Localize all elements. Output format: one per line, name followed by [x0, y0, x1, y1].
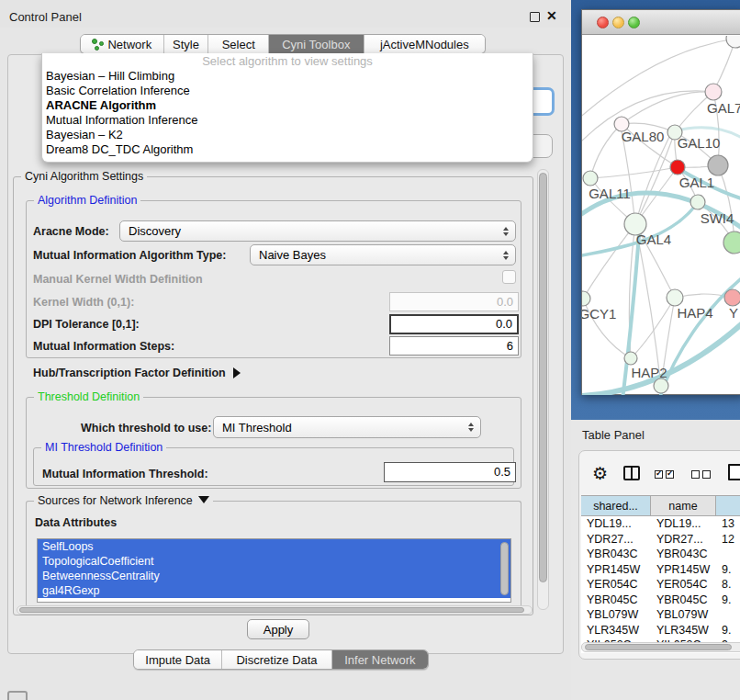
minimized-panel-icon[interactable]	[7, 691, 28, 700]
data-attributes-list[interactable]: SelfLoopsTopologicalCoefficientBetweenne…	[37, 538, 511, 603]
tab-label: Impute Data	[145, 653, 210, 667]
table-cell: YPR145W	[581, 562, 651, 578]
close-window-icon[interactable]	[597, 17, 609, 28]
control-panel-titlebar	[0, 0, 571, 28]
settings-horizontal-scrollbar[interactable]	[17, 605, 533, 615]
table-column-header[interactable]: shared...	[581, 495, 651, 516]
network-node-swi4[interactable]	[690, 195, 705, 209]
attribute-list-item[interactable]: TopologicalCoefficient	[38, 554, 510, 569]
tab-network[interactable]: Network	[81, 35, 164, 53]
network-canvas[interactable]: GAL7GAL80GAL10GAL1GAL11SWI4GAL4GCY1HAP4Y…	[582, 36, 740, 395]
network-node-gcy1[interactable]	[582, 291, 590, 306]
table-column-header[interactable]	[716, 495, 740, 516]
table-hscroll-thumb[interactable]	[585, 644, 732, 650]
mi-threshold-definition-title: MI Threshold Definition	[41, 441, 166, 454]
tab-label: Discretize Data	[236, 653, 317, 667]
algorithm-option[interactable]: Dream8 DC_TDC Algorithm	[42, 142, 533, 157]
list-scrollbar-thumb[interactable]	[500, 542, 509, 595]
kernel-width-field[interactable]: 0.0	[389, 292, 519, 311]
tab-label: Cyni Toolbox	[282, 38, 350, 51]
network-node-hap2[interactable]	[624, 352, 637, 365]
attribute-list-item[interactable]: BetweennessCentrality	[38, 569, 510, 583]
tab-jactivemnodules[interactable]: jActiveMNodules	[364, 35, 485, 53]
table-row[interactable]: YPR145WYPR145W9.	[581, 562, 740, 578]
network-node-label: GAL10	[678, 135, 721, 151]
data-attributes-label: Data Attributes	[35, 516, 117, 529]
minimize-window-icon[interactable]	[612, 17, 624, 28]
apply-button[interactable]: Apply	[247, 619, 309, 639]
network-node[interactable]	[723, 231, 740, 254]
which-threshold-combo[interactable]: MI Threshold	[213, 416, 481, 438]
algorithm-option[interactable]: ARACNE Algorithm	[42, 98, 533, 113]
tab-select[interactable]: Select	[208, 35, 269, 53]
float-window-icon[interactable]	[530, 12, 540, 22]
network-node-gal1[interactable]	[670, 160, 685, 175]
algorithm-option[interactable]: Mutual Information Inference	[42, 113, 533, 128]
table-row[interactable]: YDR27...YDR27...12	[581, 532, 740, 548]
mi-type-label: Mutual Information Algorithm Type:	[33, 249, 226, 262]
network-node-gal11[interactable]	[583, 171, 598, 186]
table-cell: 8.	[716, 577, 740, 593]
network-window-titlebar[interactable]	[582, 10, 740, 35]
which-threshold-label: Which threshold to use:	[81, 422, 211, 435]
network-node-label: GAL1	[679, 175, 714, 190]
network-node-y[interactable]	[724, 289, 740, 306]
table-column-header[interactable]: name	[651, 495, 716, 516]
network-node-hap4[interactable]	[667, 289, 683, 306]
tab-discretize-data[interactable]: Discretize Data	[222, 650, 331, 669]
tab-style[interactable]: Style	[164, 35, 209, 53]
tab-infer-network[interactable]: Infer Network	[332, 650, 428, 669]
attribute-list-item[interactable]: gal4RGexp	[38, 583, 510, 598]
algorithm-list: Bayesian – Hill ClimbingBasic Correlatio…	[42, 69, 533, 157]
table-cell	[716, 607, 740, 623]
table-cell: YPR145W	[651, 562, 716, 578]
hub-definition-toggle[interactable]: Hub/Transcription Factor Definition	[33, 367, 241, 379]
tab-label: Select	[222, 38, 255, 51]
gear-icon[interactable]: ⚙	[592, 465, 608, 482]
table-row[interactable]: YBR043CYBR043C	[581, 547, 740, 562]
deselect-all-columns-icon[interactable]	[691, 470, 711, 479]
network-node-gal7[interactable]	[705, 84, 722, 100]
tab-cyni-toolbox[interactable]: Cyni Toolbox	[269, 35, 364, 53]
network-node-label: GAL11	[589, 186, 631, 201]
algorithm-option[interactable]: Bayesian – K2	[42, 128, 533, 142]
table-row[interactable]: YLR345WYLR345W9.	[581, 623, 740, 638]
settings-vertical-scrollbar[interactable]	[537, 169, 549, 610]
network-node[interactable]	[708, 155, 728, 175]
table-horizontal-scrollbar[interactable]	[581, 642, 740, 652]
settings-hscroll-thumb[interactable]	[19, 607, 524, 613]
mi-steps-field[interactable]: 6	[389, 336, 519, 356]
close-panel-icon[interactable]: ✕	[546, 8, 557, 23]
mi-type-combo[interactable]: Naive Bayes	[250, 244, 516, 265]
settings-vscroll-thumb[interactable]	[539, 173, 547, 582]
sources-group-title[interactable]: Sources for Network Inference	[34, 494, 213, 507]
select-all-columns-icon[interactable]	[655, 470, 674, 479]
table-row[interactable]: YBL079WYBL079W	[581, 607, 740, 623]
zoom-window-icon[interactable]	[628, 17, 640, 28]
network-node[interactable]	[726, 36, 740, 48]
table-row[interactable]: YDL19...YDL19...13	[581, 516, 740, 532]
table-row[interactable]: YER054CYER054C8.	[581, 577, 740, 593]
manual-kernel-checkbox[interactable]	[502, 270, 516, 284]
sources-title-label: Sources for Network Inference	[38, 494, 193, 507]
table-row[interactable]: YBR045CYBR045C9.	[581, 593, 740, 608]
aracne-mode-combo[interactable]: Discovery	[119, 220, 516, 242]
node-table[interactable]: shared...name YDL19...YDL19...13YDR27...…	[581, 495, 740, 653]
table-cell: YDL19...	[581, 516, 651, 532]
export-table-icon[interactable]	[728, 464, 740, 480]
settings-group-title: Cyni Algorithm Settings	[21, 170, 147, 183]
network-view-window[interactable]: GAL7GAL80GAL10GAL1GAL11SWI4GAL4GCY1HAP4Y…	[581, 9, 740, 395]
tab-impute-data[interactable]: Impute Data	[134, 650, 222, 669]
network-node-label: GCY1	[582, 306, 616, 322]
table-cell: YBR043C	[581, 547, 651, 562]
network-node[interactable]	[654, 378, 668, 393]
algorithm-option[interactable]: Basic Correlation Inference	[42, 84, 533, 98]
table-panel-title: Table Panel	[582, 428, 645, 442]
algorithm-option[interactable]: Bayesian – Hill Climbing	[42, 69, 533, 84]
table-panel-inner: ⚙ shared...name YDL19...YDL19...13YDR27.…	[578, 450, 740, 660]
attribute-list-item[interactable]: SelfLoops	[38, 539, 510, 554]
threshold-definition-title: Threshold Definition	[34, 390, 143, 403]
column-layout-icon[interactable]	[623, 466, 640, 480]
dpi-tolerance-field[interactable]: 0.0	[389, 314, 519, 334]
mi-threshold-field[interactable]: 0.5	[384, 462, 516, 482]
